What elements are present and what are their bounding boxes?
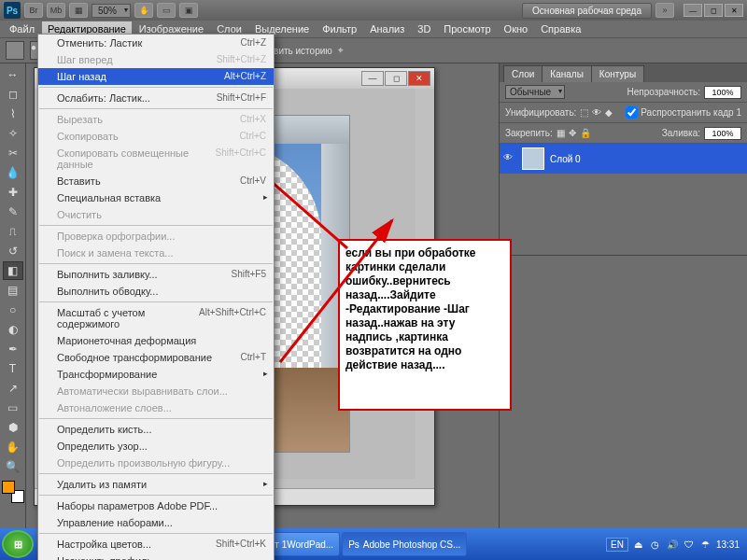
menu-help[interactable]: Справка [535, 21, 586, 36]
propagate-checkbox[interactable]: Распространить кадр 1 [626, 106, 741, 119]
lock-pixels-icon[interactable]: ▦ [557, 128, 565, 138]
blur-tool[interactable]: ○ [3, 301, 23, 319]
menu-item[interactable]: Ослабить: Ластик...Shift+Ctrl+F [38, 90, 274, 106]
layer-list: 👁 Слой 0 [500, 144, 747, 256]
layer-row[interactable]: 👁 Слой 0 [500, 144, 747, 174]
menu-view[interactable]: Просмотр [438, 21, 496, 36]
doc-minimize-button[interactable]: — [361, 71, 384, 86]
title-bar: Ps Br Mb ▦ 50% ✋ ▭ ▣ Основная рабочая ср… [0, 0, 747, 21]
brush-tool[interactable]: ✎ [3, 203, 23, 221]
annotation-tip: если вы при обработке картинки сделали о… [338, 239, 512, 411]
tray-safely-remove-icon[interactable]: ⏏ [632, 538, 645, 551]
shape-tool[interactable]: ▭ [3, 399, 23, 417]
menu-item[interactable]: Управление наборами... [38, 514, 274, 531]
eraser-tool[interactable]: ◧ [3, 261, 23, 280]
heal-tool[interactable]: ✚ [3, 183, 23, 202]
layer-thumbnail[interactable] [522, 147, 544, 170]
tray-antivirus-icon[interactable]: ☂ [699, 538, 712, 551]
tab-paths[interactable]: Контуры [591, 65, 644, 82]
layer-name[interactable]: Слой 0 [550, 154, 581, 164]
maximize-button[interactable]: ◻ [704, 4, 723, 17]
menu-item[interactable]: Определить узор... [38, 438, 274, 455]
marquee-tool[interactable]: ◻ [3, 85, 23, 104]
history-brush-tool[interactable]: ↺ [3, 242, 23, 260]
3d-tool[interactable]: ⬢ [3, 418, 23, 437]
blend-mode-dropdown[interactable]: Обычные [505, 85, 565, 99]
unify-visibility-icon[interactable]: 👁 [592, 107, 601, 118]
menu-3d[interactable]: 3D [412, 21, 436, 36]
menu-window[interactable]: Окно [499, 21, 534, 36]
visibility-icon[interactable]: 👁 [503, 152, 516, 165]
hand-icon[interactable]: ✋ [134, 3, 153, 18]
lock-position-icon[interactable]: ✥ [569, 128, 576, 138]
dodge-tool[interactable]: ◐ [3, 320, 23, 339]
arrange-icon[interactable]: ▭ [157, 3, 176, 18]
menu-item[interactable]: Шаг назадAlt+Ctrl+Z [38, 68, 274, 85]
menu-item[interactable]: Масштаб с учетом содержимогоAlt+Shift+Ct… [38, 304, 274, 332]
menu-analysis[interactable]: Анализ [364, 21, 410, 36]
workspace-switcher[interactable]: Основная рабочая среда [522, 3, 652, 19]
tab-layers[interactable]: Слои [503, 65, 543, 82]
minimize-button[interactable]: — [684, 4, 702, 17]
panels: Слои Каналы Контуры Обычные Непрозрачнос… [499, 63, 747, 528]
hand-tool[interactable]: ✋ [3, 438, 23, 456]
lock-all-icon[interactable]: 🔒 [580, 128, 591, 138]
color-swatches[interactable] [2, 481, 24, 503]
chevron-right-icon[interactable]: » [655, 3, 674, 18]
menu-item[interactable]: Выполнить заливку...Shift+F5 [38, 266, 274, 283]
menu-filter[interactable]: Фильтр [317, 21, 362, 36]
path-tool[interactable]: ↗ [3, 379, 23, 398]
type-tool[interactable]: T [3, 359, 23, 378]
language-indicator[interactable]: EN [606, 538, 628, 552]
wand-tool[interactable]: ✧ [3, 124, 23, 143]
mini-bridge-icon[interactable]: Mb [47, 3, 65, 18]
gradient-tool[interactable]: ▤ [3, 281, 23, 300]
start-button[interactable]: ⊞ [2, 530, 34, 558]
tray-volume-icon[interactable]: 🔊 [666, 538, 679, 551]
menu-item[interactable]: Трансформирование [38, 366, 274, 383]
lasso-tool[interactable]: ⌇ [3, 105, 23, 123]
menu-item[interactable]: Настройка цветов...Shift+Ctrl+K [38, 536, 274, 553]
tool-preset-icon[interactable] [6, 41, 24, 60]
menu-item[interactable]: Назначить профиль... [38, 553, 274, 560]
toolbox: ↔ ◻ ⌇ ✧ ✂ 💧 ✚ ✎ ⎍ ↺ ◧ ▤ ○ ◐ ✒ T ↗ ▭ ⬢ ✋ … [0, 63, 26, 528]
zoom-tool[interactable]: 🔍 [3, 457, 23, 476]
menu-item[interactable]: Выполнить обводку... [38, 283, 274, 300]
clock[interactable]: 13:31 [716, 539, 740, 550]
menu-item[interactable]: Удалить из памяти [38, 476, 274, 493]
task-photoshop[interactable]: Ps Adobe Photoshop CS... [342, 532, 467, 556]
tablet-pressure-icon[interactable]: ⌖ [338, 45, 344, 56]
menu-item: Поиск и замена текста... [38, 245, 274, 261]
menu-item: ВырезатьCtrl+X [38, 111, 274, 128]
stamp-tool[interactable]: ⎍ [3, 222, 23, 241]
lock-label: Закрепить: [505, 128, 553, 138]
screen-mode-icon[interactable]: ▣ [179, 3, 198, 18]
menu-item[interactable]: Определить кисть... [38, 421, 274, 438]
unify-style-icon[interactable]: ◆ [605, 107, 613, 118]
crop-tool[interactable]: ✂ [3, 144, 23, 162]
tray-clock-icon[interactable]: ◷ [649, 538, 662, 551]
doc-maximize-button[interactable]: ◻ [385, 71, 407, 86]
bridge-icon[interactable]: Br [24, 3, 43, 18]
menu-item[interactable]: Отменить: ЛастикCtrl+Z [38, 35, 274, 51]
view-extras-icon[interactable]: ▦ [69, 3, 88, 18]
menu-item[interactable]: Специальная вставка [38, 189, 274, 206]
doc-close-button[interactable]: ✕ [408, 71, 430, 86]
close-button[interactable]: ✕ [725, 4, 743, 17]
fill-input[interactable] [704, 127, 741, 140]
move-tool[interactable]: ↔ [3, 65, 23, 84]
pen-tool[interactable]: ✒ [3, 340, 23, 358]
zoom-dropdown[interactable]: 50% [92, 4, 131, 18]
menu-item[interactable]: Марионеточная деформация [38, 332, 274, 349]
menu-item[interactable]: Наборы параметров Adobe PDF... [38, 497, 274, 514]
eyedropper-tool[interactable]: 💧 [3, 163, 23, 182]
opacity-label: Непрозрачность: [627, 87, 700, 97]
menu-item[interactable]: ВставитьCtrl+V [38, 173, 274, 189]
menu-item: Автоналожение слоев... [38, 399, 274, 416]
unify-position-icon[interactable]: ⬚ [580, 107, 588, 118]
tray-shield-icon[interactable]: 🛡 [683, 538, 696, 551]
menu-file[interactable]: Файл [4, 21, 40, 36]
opacity-input[interactable] [704, 86, 741, 99]
menu-item[interactable]: Свободное трансформированиеCtrl+T [38, 349, 274, 366]
tab-channels[interactable]: Каналы [542, 65, 592, 82]
